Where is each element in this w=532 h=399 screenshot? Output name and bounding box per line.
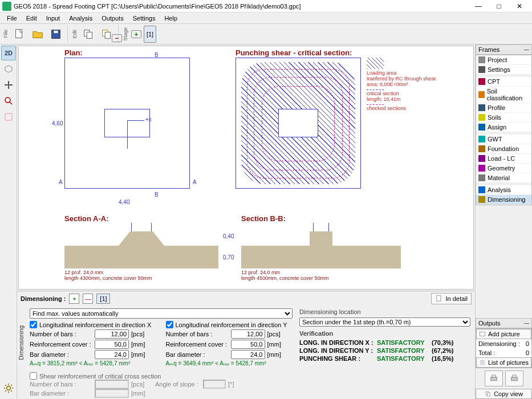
save-file-button[interactable] xyxy=(48,26,64,43)
print-button-1[interactable] xyxy=(485,370,503,386)
svg-rect-13 xyxy=(490,377,497,381)
menu-analysis[interactable]: Analysis xyxy=(64,14,97,23)
maximize-button[interactable]: □ xyxy=(489,0,509,13)
copy-view-button[interactable]: Copy view xyxy=(476,389,532,399)
ver1-pct: (70,3%) xyxy=(432,339,454,346)
frame-item-foundation[interactable]: Foundation xyxy=(476,144,531,154)
sh-nbars-label: Number of bars : xyxy=(30,381,92,388)
toolbar-group-edit: Edit xyxy=(71,30,78,39)
reinf-y-checkbox[interactable]: Longitudinal reinforcement in direction … xyxy=(166,321,293,328)
sec-a-note1: 12 prof. 24,0 mm xyxy=(64,270,103,275)
svg-point-10 xyxy=(7,386,11,390)
copy-icon xyxy=(485,390,492,397)
frame-item-geometry[interactable]: Geometry xyxy=(476,164,531,173)
find-values-select[interactable]: Find max. values automatically xyxy=(30,308,293,319)
shear-checkbox[interactable]: Shear reinforcement of critical cross se… xyxy=(30,372,293,380)
in-detail-button[interactable]: In detail xyxy=(431,293,472,304)
frame-item-analysis[interactable]: Analysis xyxy=(476,185,531,195)
panel-remove-button[interactable]: — xyxy=(83,294,93,304)
sec-a-note2: length 4300mm, concrete cover 50mm xyxy=(64,275,152,281)
frame-label: Dimensioning xyxy=(488,196,526,203)
printer-icon xyxy=(489,373,499,384)
bdia-y-unit: [mm] xyxy=(267,351,285,358)
svg-rect-0 xyxy=(16,29,22,38)
sec-a-h2: 0,70 xyxy=(223,254,234,260)
right-sidebar: Frames— ProjectSettingsCPTSoil classific… xyxy=(475,44,532,399)
stage-remove-button[interactable]: − xyxy=(112,34,122,42)
frame-item-cpt[interactable]: CPT xyxy=(476,77,531,87)
frame-item-gwt[interactable]: GWT xyxy=(476,135,531,144)
loc-select[interactable]: Section under the 1st step (th.=0,70 m) xyxy=(299,317,470,327)
frame-item-assign[interactable]: Assign xyxy=(476,123,531,132)
frame-icon xyxy=(478,174,485,181)
cover-x-input[interactable] xyxy=(95,340,129,349)
bdia-y-input[interactable] xyxy=(231,350,265,359)
drawing-viewport[interactable]: Plan: +x 4,60 4,40 A A B B Punching shea… xyxy=(18,46,474,290)
frame-item-profile[interactable]: Profile xyxy=(476,103,531,113)
zoom-button[interactable] xyxy=(1,93,16,108)
frame-item-soil-classification[interactable]: Soil classification xyxy=(476,87,531,103)
nbars-y-input[interactable] xyxy=(231,329,265,339)
toolbar-group-file: File xyxy=(2,30,9,38)
frame-item-material[interactable]: Material xyxy=(476,173,531,183)
fit-button[interactable] xyxy=(1,109,16,124)
outputs-title: Outputs xyxy=(478,320,501,327)
settings-gear-button[interactable] xyxy=(1,381,16,396)
pan-button[interactable] xyxy=(1,78,16,92)
svg-rect-15 xyxy=(511,377,517,381)
frame-label: Soil classification xyxy=(487,88,529,101)
sh-nbars-input xyxy=(95,380,129,389)
svg-rect-18 xyxy=(488,393,490,396)
sec-a-step xyxy=(119,231,164,246)
panel-stage-1[interactable]: [1] xyxy=(96,294,110,304)
copy-button[interactable] xyxy=(80,26,96,43)
frame-item-soils[interactable]: Soils xyxy=(476,113,531,123)
cover-y-unit: [mm] xyxy=(267,341,285,348)
sh-angle-input xyxy=(203,380,226,389)
frame-label: Profile xyxy=(488,104,505,111)
reinf-x-label: Longitudinal reinforcement in direction … xyxy=(39,321,151,328)
menu-input[interactable]: Input xyxy=(42,14,64,23)
close-button[interactable]: ✕ xyxy=(509,0,530,13)
frame-item-dimensioning[interactable]: Dimensioning xyxy=(476,195,531,205)
panel-add-button[interactable]: + xyxy=(69,294,79,304)
open-file-button[interactable] xyxy=(30,26,46,43)
nbars-x-input[interactable] xyxy=(95,329,129,339)
menu-help[interactable]: Help xyxy=(160,14,182,23)
frame-icon xyxy=(478,145,485,152)
sec-b-title: Section B-B: xyxy=(241,214,286,223)
nbars-x-label: Number of bars : xyxy=(30,331,92,337)
list-pictures-button[interactable]: List of pictures xyxy=(476,357,531,368)
frame-item-project[interactable]: Project xyxy=(476,55,531,65)
add-picture-button[interactable]: Add picture xyxy=(476,329,531,339)
stage-add-button[interactable]: + xyxy=(131,30,141,38)
menu-outputs[interactable]: Outputs xyxy=(97,14,128,23)
outputs-collapse-icon[interactable]: — xyxy=(524,320,529,326)
frame-label: GWT xyxy=(488,136,502,142)
menu-file[interactable]: File xyxy=(2,14,22,23)
menu-edit[interactable]: Edit xyxy=(22,14,42,23)
frame-item-settings[interactable]: Settings xyxy=(476,65,531,75)
frames-collapse-icon[interactable]: — xyxy=(524,47,529,52)
menu-settings[interactable]: Settings xyxy=(128,14,160,23)
minimize-button[interactable]: — xyxy=(468,0,489,13)
areq-y: Aᵣₑq = 3649,4 mm² < Aᵢₙₚ = 5428,7 mm² xyxy=(166,360,293,367)
print-button-2[interactable] xyxy=(505,370,523,386)
reinf-x-checkbox[interactable]: Longitudinal reinforcement in direction … xyxy=(30,321,157,328)
frame-icon xyxy=(478,165,485,172)
bdia-x-input[interactable] xyxy=(95,350,129,359)
view-3d-button[interactable] xyxy=(1,62,16,76)
frame-label: Load - LC xyxy=(488,155,515,162)
plan-x-label: +x xyxy=(145,116,152,123)
nbars-x-unit: [pcs] xyxy=(131,331,148,337)
new-file-button[interactable] xyxy=(11,26,27,43)
view-2d-button[interactable]: 2D xyxy=(1,46,16,60)
cover-y-input[interactable] xyxy=(231,340,265,349)
bdia-x-unit: [mm] xyxy=(131,351,148,358)
out-dim-label: Dimensioning : xyxy=(478,340,520,347)
sh-nbars-unit: [pcs] xyxy=(131,381,148,388)
stage-1-button[interactable]: [1] xyxy=(144,26,156,43)
ver1-name: LONG. IN DIRECTION X : xyxy=(299,339,373,346)
frame-item-load-lc[interactable]: Load - LC xyxy=(476,154,531,164)
frame-label: Project xyxy=(488,56,507,63)
